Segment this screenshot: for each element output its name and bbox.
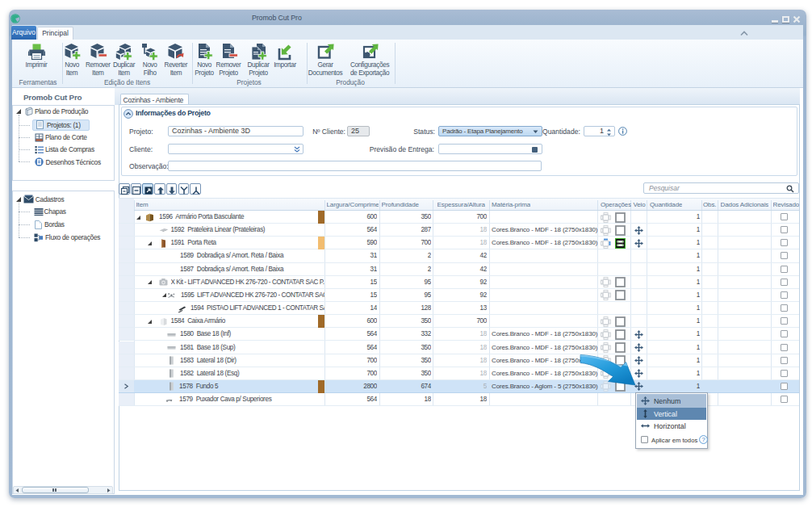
svg-text:?: ? — [701, 436, 705, 443]
